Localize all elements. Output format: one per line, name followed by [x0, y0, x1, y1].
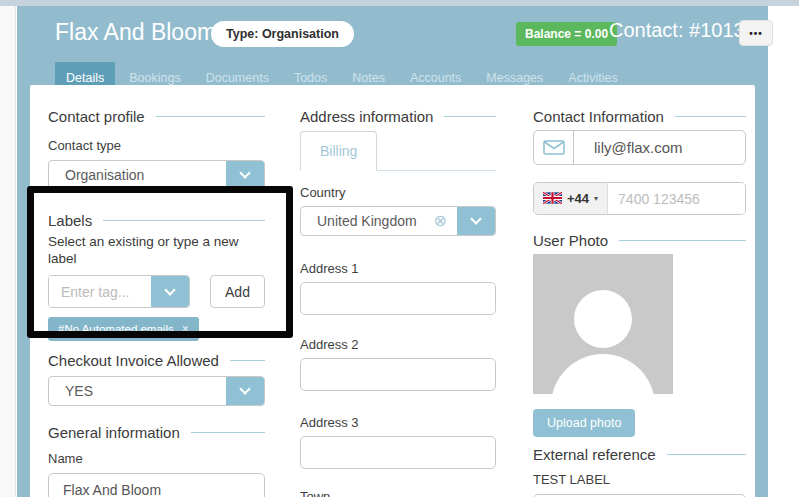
address3-label: Address 3	[300, 415, 496, 430]
add-tag-button[interactable]: Add	[210, 275, 265, 308]
page-title: Flax And Bloom	[55, 19, 216, 46]
contact-details-screen: Flax And Bloom Type: Organisation Balanc…	[0, 0, 799, 497]
contact-type-badge: Type: Organisation	[211, 21, 354, 47]
contact-type-value: Organisation	[49, 161, 226, 189]
user-photo-placeholder	[533, 254, 673, 394]
envelope-icon	[534, 131, 574, 164]
name-input[interactable]	[48, 473, 265, 497]
section-labels: Labels	[48, 212, 265, 229]
section-checkout-invoice: Checkout Invoice Allowed	[48, 352, 265, 369]
labels-hint: Select an existing or type a new label	[48, 233, 265, 267]
section-contact-profile: Contact profile	[48, 108, 265, 125]
contact-type-label: Contact type	[48, 138, 265, 153]
section-contact-information: Contact Information	[533, 108, 746, 125]
address1-label: Address 1	[300, 261, 496, 276]
section-title: Checkout Invoice Allowed	[48, 352, 219, 369]
external-reference-label: TEST LABEL	[533, 472, 746, 487]
email-field[interactable]: lily@flax.com	[533, 130, 746, 165]
column-address-information: Address information Billing Country Unit…	[300, 85, 496, 497]
section-title: User Photo	[533, 232, 608, 249]
more-options-button[interactable]: •••	[739, 20, 773, 46]
country-value: United Kingdom ⊗	[301, 207, 457, 235]
tag-select[interactable]	[48, 275, 190, 308]
chevron-down-icon	[226, 161, 264, 189]
email-value: lily@flax.com	[574, 131, 745, 164]
town-label: Town	[300, 489, 496, 497]
caret-down-icon: ▾	[594, 194, 598, 203]
remove-tag-icon[interactable]: ×	[182, 322, 189, 336]
address2-label: Address 2	[300, 337, 496, 352]
dial-code-selector[interactable]: +44 ▾	[534, 183, 608, 214]
tag-input[interactable]	[49, 276, 151, 307]
chevron-down-icon	[457, 207, 495, 235]
checkout-invoice-select[interactable]: YES	[48, 376, 265, 406]
section-title: Contact Information	[533, 108, 664, 125]
section-general-information: General information	[48, 424, 265, 441]
section-title: Contact profile	[48, 108, 145, 125]
section-title: External reference	[533, 446, 656, 463]
column-contact-profile: Contact profile Contact type Organisatio…	[48, 85, 265, 497]
section-title: Labels	[48, 212, 92, 229]
contact-type-select[interactable]: Organisation	[48, 160, 265, 190]
name-label: Name	[48, 451, 265, 466]
tag-label: #No Automated emails	[58, 323, 174, 335]
section-user-photo: User Photo	[533, 232, 746, 249]
section-external-reference: External reference	[533, 446, 746, 463]
dial-code: +44	[567, 191, 589, 206]
chevron-down-icon	[151, 276, 189, 307]
chevron-down-icon	[226, 377, 264, 405]
tag-pill[interactable]: #No Automated emails ×	[48, 317, 199, 341]
section-address-information: Address information	[300, 108, 496, 125]
section-title: Address information	[300, 108, 433, 125]
country-label: Country	[300, 185, 496, 200]
address2-input[interactable]	[300, 358, 496, 391]
address3-input[interactable]	[300, 436, 496, 469]
country-select[interactable]: United Kingdom ⊗	[300, 206, 496, 236]
tag-entry-row: Add	[48, 275, 265, 308]
checkout-invoice-value: YES	[49, 377, 226, 405]
upload-photo-button[interactable]: Upload photo	[533, 409, 635, 437]
phone-field[interactable]: +44 ▾	[533, 182, 746, 215]
person-icon	[574, 290, 632, 348]
balance-badge: Balance = 0.00	[516, 22, 617, 46]
column-contact-information: Contact Information lily@flax.com	[533, 85, 746, 497]
clear-country-icon[interactable]: ⊗	[434, 213, 447, 229]
page-left-gutter	[0, 0, 16, 497]
tab-billing[interactable]: Billing	[300, 131, 377, 171]
phone-input[interactable]	[608, 183, 745, 214]
address-tab-bar: Billing	[300, 131, 496, 171]
ellipsis-icon: •••	[749, 28, 763, 39]
section-title: General information	[48, 424, 180, 441]
address1-input[interactable]	[300, 282, 496, 315]
uk-flag-icon	[543, 190, 562, 208]
